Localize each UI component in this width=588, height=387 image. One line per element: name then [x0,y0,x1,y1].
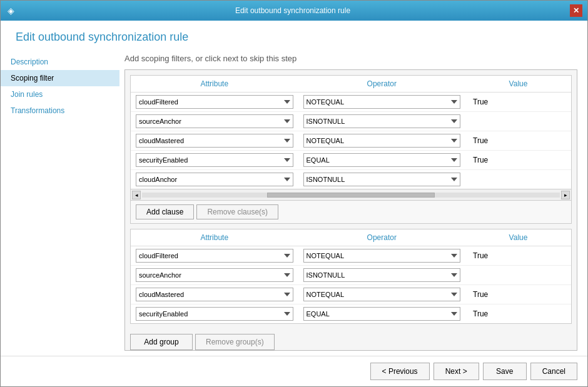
filter-table-2: Attribute Operator Value cloudFiltered [131,229,571,323]
content-area: Edit outbound synchronization rule Descr… [1,21,587,386]
attribute-select[interactable]: cloudMastered [136,288,293,301]
header-operator-1: Operator [298,76,466,93]
header-operator-2: Operator [298,229,466,246]
attribute-select[interactable]: securityEnabled [136,153,293,167]
page-title: Edit outbound synchronization rule [1,21,587,49]
filter-group-2: Attribute Operator Value cloudFiltered [130,229,572,324]
operator-select[interactable]: ISNOTNULL [303,173,461,186]
attribute-select[interactable]: cloudAnchor [136,173,293,186]
table-row: securityEnabled EQUAL [131,151,571,170]
operator-select[interactable]: EQUAL [303,307,461,321]
window-icon: ◈ [6,6,16,16]
bottom-buttons: < Previous Next > Save Cancel [1,356,587,386]
group-buttons-row: Add group Remove group(s) [125,329,577,351]
cancel-button[interactable]: Cancel [530,363,577,380]
add-group-button[interactable]: Add group [130,334,193,350]
window-title: Edit outbound synchronization rule [16,6,570,15]
value-text: True [470,290,488,299]
value-text: True [470,309,488,318]
main-area: Description Scoping filter Join rules Tr… [1,49,587,356]
right-content: Add scoping filters, or click next to sk… [119,49,587,356]
remove-group-button[interactable]: Remove group(s) [195,334,275,350]
horizontal-scrollbar-1[interactable]: ◂ ▸ [131,189,571,200]
sidebar-item-scoping-filter[interactable]: Scoping filter [1,70,119,86]
sidebar-item-description[interactable]: Description [1,54,119,70]
operator-select[interactable]: NOTEQUAL [303,95,461,109]
filter-group-1: Attribute Operator Value cloudFiltered [130,75,572,224]
header-attribute-1: Attribute [131,76,298,93]
save-button[interactable]: Save [483,363,527,380]
header-value-2: Value [465,229,571,246]
previous-button[interactable]: < Previous [370,363,430,380]
operator-select[interactable]: EQUAL [303,153,461,167]
remove-clause-button-1[interactable]: Remove clause(s) [196,204,278,219]
attribute-select[interactable]: sourceAnchor [136,114,293,128]
scroll-right-btn[interactable]: ▸ [561,191,570,199]
value-text: True [470,251,488,260]
attribute-select[interactable]: cloudFiltered [136,95,293,109]
operator-select[interactable]: NOTEQUAL [303,288,461,301]
table-row: sourceAnchor ISNOTNULL [131,112,571,131]
attribute-select[interactable]: cloudMastered [136,134,293,148]
filter-table-1: Attribute Operator Value cloudFiltered [131,76,571,189]
table-row: cloudFiltered NOTEQUAL [131,93,571,112]
operator-select[interactable]: NOTEQUAL [303,134,461,148]
table-row: cloudFiltered NOTEQUAL [131,246,571,266]
main-window: ◈ Edit outbound synchronization rule ✕ E… [0,0,588,387]
operator-select[interactable]: ISNOTNULL [303,114,461,128]
clause-buttons-1: Add clause Remove clause(s) [131,200,571,223]
table-row: sourceAnchor ISNOTNULL [131,266,571,285]
sidebar-item-join-rules[interactable]: Join rules [1,86,119,103]
value-text [470,117,473,126]
sidebar-item-transformations[interactable]: Transformations [1,103,119,119]
table-row: cloudMastered NOTEQUAL [131,285,571,304]
scroll-track[interactable] [142,193,560,198]
value-text: True [470,156,488,164]
value-text: True [470,98,488,106]
value-text [470,271,473,279]
close-button[interactable]: ✕ [570,4,582,17]
value-text [470,175,473,184]
step-description: Add scoping filters, or click next to sk… [124,54,577,63]
title-bar: ◈ Edit outbound synchronization rule ✕ [1,1,587,21]
header-attribute-2: Attribute [131,229,298,246]
attribute-select[interactable]: sourceAnchor [136,268,293,282]
value-text: True [470,136,488,145]
operator-select[interactable]: ISNOTNULL [303,268,461,282]
attribute-select[interactable]: cloudFiltered [136,249,293,263]
table-row: cloudMastered NOTEQUAL [131,131,571,151]
sidebar: Description Scoping filter Join rules Tr… [1,49,119,356]
next-button[interactable]: Next > [433,363,479,380]
scroll-thumb[interactable] [267,193,434,198]
header-value-1: Value [465,76,571,93]
scroll-left-btn[interactable]: ◂ [132,191,141,199]
attribute-select[interactable]: securityEnabled [136,307,293,321]
table-row: securityEnabled EQUAL [131,304,571,324]
add-clause-button-1[interactable]: Add clause [136,204,194,219]
filter-groups-wrapper[interactable]: Attribute Operator Value cloudFiltered [124,69,577,351]
operator-select[interactable]: NOTEQUAL [303,249,461,263]
table-row: cloudAnchor ISNOTNULL [131,170,571,189]
